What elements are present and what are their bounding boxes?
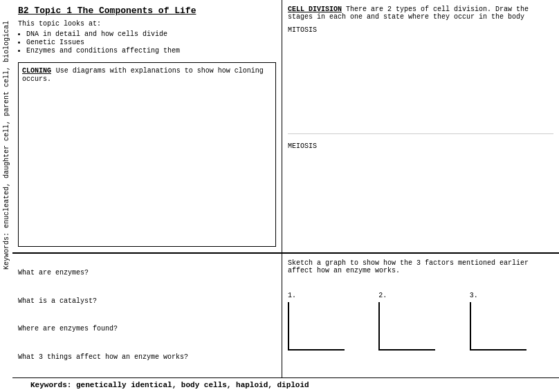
bottom-row: What are enzymes? What is a catalyst? Wh… xyxy=(12,253,559,377)
main-content: B2 Topic 1 The Components of Life This t… xyxy=(12,0,559,392)
sidebar-keywords: Keywords: enucleated, daughter cell, par… xyxy=(0,35,12,256)
sketch-instruction: Sketch a graph to show how the 3 factors… xyxy=(288,259,553,274)
graph-2-y-axis xyxy=(378,302,380,351)
question-2: What is a catalyst? xyxy=(18,297,276,305)
topic-intro: This topic looks at: xyxy=(18,20,276,28)
graph-1-number: 1. xyxy=(288,292,296,299)
left-bottom-panel: What are enzymes? What is a catalyst? Wh… xyxy=(12,253,282,377)
question-4: What 3 things affect how an enzyme works… xyxy=(18,353,276,361)
question-1: What are enzymes? xyxy=(18,269,276,277)
meiosis-label: MEIOSIS xyxy=(288,142,553,150)
cell-division-header: CELL DIVISION There are 2 types of cell … xyxy=(288,6,553,21)
question-3: Where are enzymes found? xyxy=(18,325,276,333)
bottom-keywords: Keywords: genetically identical, body ce… xyxy=(12,377,559,392)
top-row: B2 Topic 1 The Components of Life This t… xyxy=(12,0,559,253)
graph-2-axes xyxy=(378,302,435,351)
cloning-section: CLONING Use diagrams with explanations t… xyxy=(18,62,276,247)
graph-2-x-axis xyxy=(380,349,435,351)
page-wrapper: Keywords: enucleated, daughter cell, par… xyxy=(0,0,559,392)
graph-3-axes xyxy=(470,302,526,351)
topic-title: B2 Topic 1 The Components of Life xyxy=(18,6,276,16)
mitosis-label: MITOSIS xyxy=(288,26,553,34)
left-top-panel: B2 Topic 1 The Components of Life This t… xyxy=(12,0,282,252)
cell-division-title: CELL DIVISION xyxy=(288,6,342,13)
graph-1-y-axis xyxy=(288,302,289,351)
right-top-panel: CELL DIVISION There are 2 types of cell … xyxy=(282,0,559,252)
bullet-1: DNA in detail and how cells divide xyxy=(26,30,276,38)
graph-3-x-axis xyxy=(471,349,526,351)
graph-1-x-axis xyxy=(289,349,345,351)
graphs-container: 1. 2. 3. xyxy=(288,281,553,351)
right-bottom-panel: Sketch a graph to show how the 3 factors… xyxy=(282,253,559,377)
graph-2-number: 2. xyxy=(378,292,387,299)
topic-bullets: DNA in detail and how cells divide Genet… xyxy=(18,30,276,55)
bullet-2: Genetic Issues xyxy=(26,39,276,46)
graph-1-axes xyxy=(288,302,345,351)
graph-1: 1. xyxy=(288,292,372,351)
mitosis-drawing-area xyxy=(288,37,553,134)
graph-3-y-axis xyxy=(470,302,471,351)
graph-3-number: 3. xyxy=(470,292,478,299)
meiosis-drawing-area xyxy=(288,150,553,247)
sidebar-keywords-text: Keywords: enucleated, daughter cell, par… xyxy=(3,21,10,270)
bullet-3: Enzymes and conditions affecting them xyxy=(26,47,276,55)
cloning-title: CLONING xyxy=(22,67,51,75)
graph-2: 2. xyxy=(378,292,462,351)
graph-3: 3. xyxy=(470,292,553,351)
cloning-description: Use diagrams with explanations to show h… xyxy=(22,67,264,83)
